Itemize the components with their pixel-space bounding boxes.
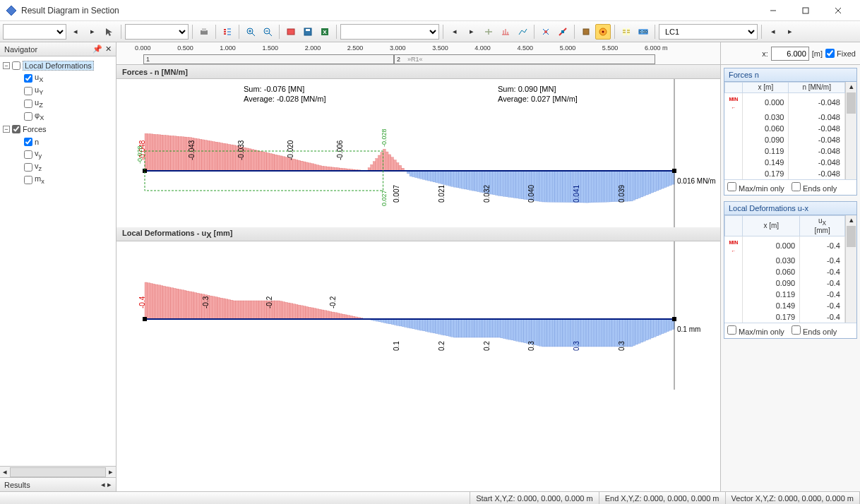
tree-item[interactable]: uZ: [3, 97, 113, 110]
forces-maxmin-checkbox[interactable]: Max/min only: [727, 182, 784, 193]
svg-rect-457: [659, 319, 662, 335]
tool-icon-i[interactable]: 0.00: [635, 24, 651, 40]
tree-item[interactable]: φX: [3, 110, 113, 123]
tree-item[interactable]: vy: [3, 148, 113, 161]
nav3-prev-button[interactable]: ◂: [765, 24, 781, 40]
deform-ends-checkbox[interactable]: Ends only: [792, 325, 837, 336]
table-row[interactable]: 0.030-0.048: [725, 112, 845, 123]
svg-rect-145: [441, 171, 443, 184]
nav2-prev-button[interactable]: ◂: [447, 24, 462, 40]
svg-rect-290: [225, 299, 228, 319]
nav2-next-button[interactable]: ▸: [464, 24, 479, 40]
table-row[interactable]: 0.179-0.4: [725, 311, 845, 323]
close-panel-icon[interactable]: ✕: [105, 44, 112, 54]
zoom-out-icon[interactable]: [260, 24, 275, 40]
ruler-seg-2[interactable]: 2 »R1«: [394, 54, 655, 64]
table-row[interactable]: 0.060-0.4: [725, 266, 845, 277]
toolbar-combo-1[interactable]: [3, 24, 66, 40]
svg-rect-118: [371, 164, 374, 171]
table-row[interactable]: 0.149-0.4: [725, 300, 845, 311]
tool-icon-f[interactable]: [578, 24, 594, 40]
svg-rect-386: [474, 319, 477, 337]
tool-icon-d[interactable]: [538, 24, 554, 40]
forces-table[interactable]: x [m]n [MN/m]MIN←0.000-0.0480.030-0.0480…: [724, 82, 845, 179]
excel-icon[interactable]: X: [317, 24, 333, 40]
svg-rect-327: [321, 310, 324, 319]
tool-icon-g-active[interactable]: [595, 24, 611, 40]
nav3-next-button[interactable]: ▸: [782, 24, 798, 40]
pointer-icon[interactable]: [102, 24, 117, 40]
tree-item[interactable]: vz: [3, 161, 113, 174]
tool-icon-h[interactable]: [619, 24, 634, 40]
loadcase-dropdown[interactable]: LC1: [659, 24, 758, 40]
nav-prev-button[interactable]: ◂: [68, 24, 83, 40]
svg-rect-455: [654, 319, 657, 337]
hscroll[interactable]: ◂▸: [0, 466, 116, 477]
tool-icon-b[interactable]: [498, 24, 513, 40]
chart1-area[interactable]: Sum: -0.076 [MN]Average: -0.028 [MN/m]Su…: [117, 79, 720, 227]
tree-group[interactable]: −Local Deformations: [3, 59, 113, 72]
collapse-icon[interactable]: −: [3, 62, 10, 69]
results-tab[interactable]: Results ◂ ▸: [0, 477, 116, 491]
tree-item[interactable]: mx: [3, 174, 113, 186]
svg-rect-302: [256, 301, 259, 319]
pin-icon[interactable]: 📌: [92, 44, 102, 54]
forces-ends-checkbox[interactable]: Ends only: [792, 182, 837, 193]
svg-rect-299: [249, 301, 251, 319]
close-button[interactable]: [822, 0, 854, 21]
navigator-tree[interactable]: −Local DeformationsuXuYuZφX−Forcesnvyvzm…: [0, 56, 116, 466]
tree-item[interactable]: n: [3, 136, 113, 148]
table-row[interactable]: MIN←0.000-0.4: [725, 236, 845, 255]
svg-rect-314: [287, 303, 290, 319]
svg-rect-394: [495, 319, 498, 337]
table-row[interactable]: MIN←0.000-0.048: [725, 93, 845, 112]
tree-item[interactable]: uY: [3, 85, 113, 97]
tool-icon-a[interactable]: [481, 24, 496, 40]
svg-rect-17: [287, 29, 294, 35]
save-icon[interactable]: [300, 24, 316, 40]
x-input[interactable]: [771, 47, 809, 61]
svg-rect-279: [197, 293, 200, 319]
svg-rect-89: [295, 160, 298, 171]
nav-next-button[interactable]: ▸: [85, 24, 100, 40]
ruler-seg-1[interactable]: 1: [143, 54, 394, 64]
table-row[interactable]: 0.090-0.4: [725, 277, 845, 289]
maximize-button[interactable]: [789, 0, 822, 21]
table-row[interactable]: 0.090-0.048: [725, 134, 845, 145]
tool-icon-c[interactable]: [515, 24, 530, 40]
deform-table[interactable]: x [m]uX[mm]MIN←0.000-0.40.030-0.40.060-0…: [724, 215, 845, 323]
chart2-area[interactable]: -0.4-0.3-0.2-0.20.10.20.20.30.30.30.1 mm: [117, 241, 720, 390]
table-row[interactable]: 0.179-0.048: [725, 168, 845, 179]
list-red-icon[interactable]: [220, 24, 235, 40]
collapse-icon[interactable]: −: [3, 126, 10, 133]
tree-item[interactable]: uX: [3, 72, 113, 85]
fixed-checkbox[interactable]: Fixed: [825, 49, 856, 58]
ruler[interactable]: 1 2 »R1« 0.0000.5001.0001.5002.0002.5003…: [117, 42, 720, 65]
svg-rect-174: [516, 171, 519, 198]
toolbar-combo-3[interactable]: [340, 24, 439, 40]
print-icon[interactable]: [196, 24, 212, 40]
deform-maxmin-checkbox[interactable]: Max/min only: [727, 325, 784, 336]
svg-rect-274: [184, 290, 186, 319]
table-row[interactable]: 0.119-0.4: [725, 289, 845, 300]
svg-rect-322: [309, 307, 311, 319]
table-row[interactable]: 0.149-0.048: [725, 157, 845, 168]
minimize-button[interactable]: [757, 0, 789, 21]
table-row[interactable]: 0.119-0.048: [725, 145, 845, 157]
svg-rect-420: [563, 319, 566, 347]
svg-rect-428: [583, 319, 586, 347]
svg-rect-437: [607, 319, 609, 347]
tool-icon-1[interactable]: [283, 24, 299, 40]
zoom-in-icon[interactable]: [243, 24, 258, 40]
svg-rect-452: [646, 319, 649, 340]
table-row[interactable]: 0.060-0.048: [725, 123, 845, 134]
svg-rect-223: [643, 171, 646, 196]
toolbar-combo-2[interactable]: [125, 24, 189, 40]
table-row[interactable]: 0.030-0.4: [725, 255, 845, 266]
deform-scrollbar[interactable]: ▴: [845, 215, 856, 323]
svg-rect-389: [482, 319, 485, 337]
tree-group[interactable]: −Forces: [3, 123, 113, 136]
tool-icon-e[interactable]: [555, 24, 571, 40]
svg-rect-324: [313, 308, 316, 319]
forces-scrollbar[interactable]: ▴: [845, 82, 856, 179]
